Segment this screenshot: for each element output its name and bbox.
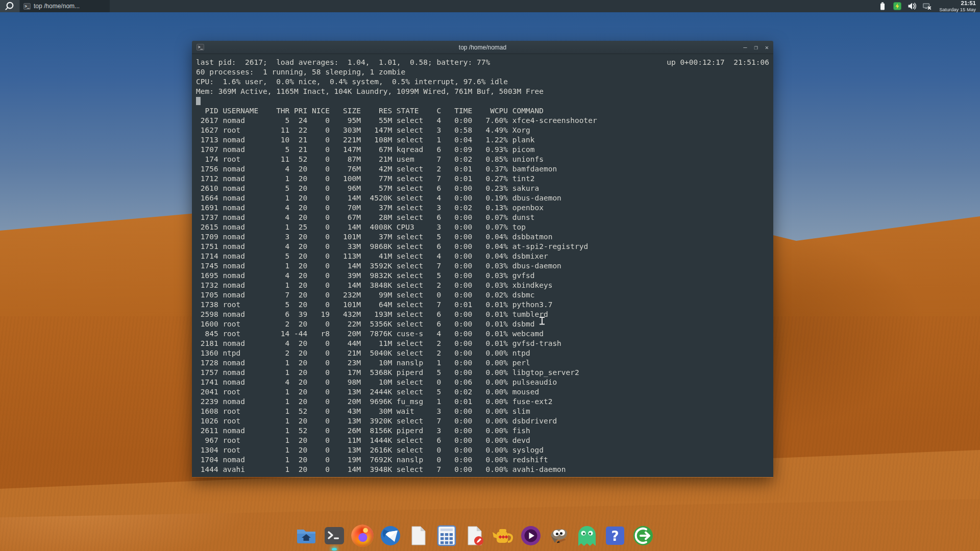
- top-summary-line1: last pid: 2617; load averages: 1.04, 1.0…: [196, 58, 769, 67]
- dock: ?: [295, 524, 654, 547]
- panel-clock[interactable]: 21:51 Saturday 15 May: [937, 1, 976, 12]
- top-summary-cpu: CPU: 1.6% user, 0.0% nice, 0.4% system, …: [196, 77, 769, 87]
- dock-logout-icon[interactable]: [632, 524, 654, 547]
- panel-spacer: [110, 0, 878, 12]
- dock-running-indicator: [332, 548, 337, 550]
- close-button[interactable]: ✕: [765, 44, 769, 51]
- volume-icon[interactable]: [908, 2, 917, 11]
- process-row: 1444 avahi 1 20 0 14M 3948K select 7 0:0…: [196, 465, 769, 474]
- process-row: 2610 nomad 5 20 0 96M 57M select 6 0:00 …: [196, 184, 769, 193]
- process-row: 1728 nomad 1 20 0 23M 10M nanslp 1 0:00 …: [196, 358, 769, 368]
- dock-gimp-icon[interactable]: [548, 524, 570, 547]
- system-tray: 21:51 Saturday 15 May: [878, 0, 980, 12]
- process-table: PID USERNAME THR PRI NICE SIZE RES STATE…: [196, 106, 769, 474]
- process-row: 1732 nomad 1 20 0 14M 3848K select 2 0:0…: [196, 281, 769, 290]
- dock-firefox-icon[interactable]: [351, 524, 374, 547]
- window-titlebar[interactable]: >_ top /home/nomad – ❐ ✕: [192, 41, 773, 54]
- top-lastpid-load: last pid: 2617; load averages: 1.04, 1.0…: [196, 58, 490, 67]
- terminal-content[interactable]: last pid: 2617; load averages: 1.04, 1.0…: [192, 54, 773, 477]
- svg-text:?: ?: [611, 529, 619, 544]
- process-row: 2611 nomad 1 52 0 26M 8156K piperd 3 0:0…: [196, 426, 769, 436]
- process-row: 1741 nomad 4 20 0 98M 10M select 0 0:06 …: [196, 378, 769, 387]
- process-row: 1705 nomad 7 20 0 232M 99M select 0 0:00…: [196, 290, 769, 300]
- dock-terminal-icon[interactable]: [323, 524, 346, 547]
- process-row: 2598 nomad 6 39 19 432M 193M select 6 0:…: [196, 310, 769, 319]
- dock-teapot-app-icon[interactable]: [492, 524, 514, 547]
- process-row: 2041 root 1 20 0 13M 2444K select 5 0:02…: [196, 387, 769, 397]
- process-row: 1745 nomad 1 20 0 14M 3592K select 7 0:0…: [196, 261, 769, 271]
- process-row: 2617 nomad 5 24 0 95M 55M select 4 0:00 …: [196, 116, 769, 126]
- terminal-block-cursor: [196, 97, 201, 105]
- process-row: 1738 root 5 20 0 101M 64M select 7 0:01 …: [196, 300, 769, 310]
- top-uptime: up 0+00:12:17 21:51:06: [667, 58, 769, 67]
- process-row: 1664 nomad 1 20 0 14M 4520K select 4 0:0…: [196, 193, 769, 203]
- minimize-button[interactable]: –: [743, 44, 747, 51]
- process-row: 1026 root 1 20 0 13M 3920K select 7 0:00…: [196, 416, 769, 426]
- process-row: 1714 nomad 5 20 0 113M 41M select 4 0:00…: [196, 252, 769, 261]
- maximize-button[interactable]: ❐: [754, 44, 758, 51]
- battery-status-icon[interactable]: [878, 2, 887, 11]
- window-title: top /home/nomad: [192, 44, 773, 51]
- process-row: 1707 nomad 5 21 0 147M 67M kqread 6 0:09…: [196, 145, 769, 155]
- process-row: 1709 nomad 3 20 0 101M 37M select 5 0:00…: [196, 232, 769, 242]
- top-summary-mem: Mem: 369M Active, 1165M Inact, 104K Laun…: [196, 87, 769, 96]
- process-table-header: PID USERNAME THR PRI NICE SIZE RES STATE…: [196, 106, 769, 116]
- dock-thunderbird-icon[interactable]: [379, 524, 402, 547]
- power-manager-icon[interactable]: [893, 2, 902, 11]
- network-disconnected-icon[interactable]: [922, 2, 932, 11]
- process-row: 2181 nomad 4 20 0 44M 11M select 2 0:00 …: [196, 339, 769, 348]
- clock-time: 21:51: [939, 1, 976, 7]
- process-row: 2615 nomad 1 25 0 14M 4008K CPU3 3 0:00 …: [196, 222, 769, 232]
- process-row: 1757 nomad 1 20 0 17M 5368K piperd 5 0:0…: [196, 368, 769, 378]
- taskbar-window-label: top /home/nom...: [34, 3, 80, 10]
- process-row: 1751 nomad 4 20 0 33M 9868K select 6 0:0…: [196, 242, 769, 252]
- app-menu-button[interactable]: [0, 0, 19, 12]
- dock-media-player-icon[interactable]: [520, 524, 542, 547]
- top-panel: >_ top /home/nom...: [0, 0, 980, 12]
- process-row: 845 root 14 -44 r8 20M 7876K cuse-s 4 0:…: [196, 329, 769, 339]
- dock-calculator-icon[interactable]: [435, 524, 458, 547]
- terminal-window: >_ top /home/nomad – ❐ ✕ last pid: 2617;…: [192, 41, 773, 478]
- dock-text-editor-icon[interactable]: [463, 524, 486, 547]
- process-row: 1304 root 1 20 0 13M 2616K select 0 0:00…: [196, 445, 769, 455]
- process-row: 1691 nomad 4 20 0 70M 37M select 3 0:02 …: [196, 203, 769, 213]
- terminal-mini-icon: >_: [23, 3, 31, 10]
- terminal-icon: >_: [197, 44, 204, 51]
- dock-help-icon[interactable]: ?: [604, 524, 626, 547]
- process-row: 967 root 1 20 0 11M 1444K select 6 0:00 …: [196, 436, 769, 445]
- clock-date: Saturday 15 May: [939, 7, 976, 12]
- process-row: 174 root 11 52 0 87M 21M usem 7 0:02 0.8…: [196, 155, 769, 164]
- dock-file-manager-icon[interactable]: [295, 524, 317, 547]
- process-row: 1695 nomad 4 20 0 39M 9832K select 5 0:0…: [196, 271, 769, 281]
- process-row: 1713 nomad 10 21 0 221M 108M select 1 0:…: [196, 135, 769, 145]
- dock-ghost-viewer-icon[interactable]: [576, 524, 598, 547]
- process-row: 1627 root 11 22 0 303M 147M select 3 0:5…: [196, 126, 769, 135]
- dock-libreoffice-icon[interactable]: [407, 524, 430, 547]
- terminal-cursor-line: [196, 96, 769, 106]
- process-row: 1600 root 2 20 0 22M 5356K select 6 0:00…: [196, 319, 769, 329]
- taskbar-window-button[interactable]: >_ top /home/nom...: [20, 0, 110, 12]
- process-row: 1360 ntpd 2 20 0 21M 5040K select 2 0:00…: [196, 348, 769, 358]
- process-row: 1704 nomad 1 20 0 19M 7692K nanslp 0 0:0…: [196, 455, 769, 465]
- app-menu-icon: [5, 1, 15, 11]
- top-summary-processes: 60 processes: 1 running, 58 sleeping, 1 …: [196, 67, 769, 77]
- process-row: 2239 nomad 1 20 0 20M 9696K fu_msg 1 0:0…: [196, 397, 769, 407]
- process-row: 1608 root 1 52 0 43M 30M wait 3 0:00 0.0…: [196, 407, 769, 416]
- process-row: 1756 nomad 4 20 0 76M 42M select 2 0:01 …: [196, 164, 769, 174]
- process-row: 1737 nomad 4 20 0 67M 28M select 6 0:00 …: [196, 213, 769, 222]
- process-row: 1712 nomad 1 20 0 100M 77M select 7 0:01…: [196, 174, 769, 184]
